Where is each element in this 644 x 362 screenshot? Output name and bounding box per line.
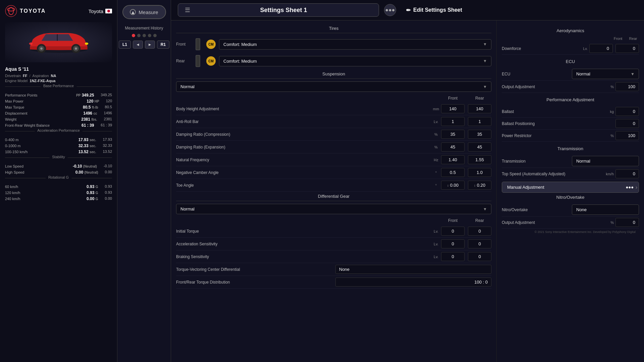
rot-60-values: 0.93 G 0.93 bbox=[87, 184, 112, 189]
init-torque-rear[interactable]: 0 bbox=[468, 227, 491, 236]
output-adj-value[interactable]: 100 bbox=[615, 82, 639, 91]
nitro-dropdown[interactable]: None bbox=[572, 204, 639, 215]
damping-comp-label: Damping Ratio (Compression) bbox=[176, 132, 431, 137]
diff-front-header: Front bbox=[441, 218, 465, 223]
rot-60-compare: 0.93 bbox=[105, 184, 112, 189]
anti-roll-front[interactable]: 1 bbox=[441, 117, 465, 126]
rot-240-values: 0.00 G 0.00 bbox=[87, 196, 112, 201]
menu-icon[interactable]: ☰ bbox=[185, 6, 190, 14]
accel-sens-label: Acceleration Sensitivity bbox=[176, 242, 431, 246]
damping-comp-rear[interactable]: 35 bbox=[468, 130, 491, 139]
init-torque-front[interactable]: 0 bbox=[441, 227, 465, 236]
aspiration-label: Aspiration bbox=[33, 74, 49, 78]
toyota-logo: TOYOTA bbox=[5, 5, 46, 17]
power-value: 120 HP bbox=[87, 99, 99, 104]
downforce-rear[interactable]: 0 bbox=[615, 44, 639, 53]
torque-vec-value[interactable]: None bbox=[335, 265, 491, 274]
nat-freq-values: 1.40 1.55 bbox=[441, 155, 491, 164]
car-drivetrain-row: Drivetrain FF / Aspiration NA bbox=[5, 74, 112, 78]
svg-rect-16 bbox=[196, 56, 200, 66]
suspension-dropdown[interactable]: Normal ▼ bbox=[176, 81, 491, 92]
ballast-value[interactable]: 0 bbox=[615, 107, 639, 116]
rear-tire-row: Rear CM Comfort: Medium ▼ bbox=[176, 53, 491, 69]
manual-adj-dots-icon: ●●● bbox=[626, 185, 634, 190]
balance-values: 61 : 39 61 : 39 bbox=[82, 123, 112, 128]
rot-60-value: 0.93 G bbox=[87, 184, 98, 189]
rear-tire-icon bbox=[193, 54, 203, 68]
downforce-row: Downforce Lv. 0 0 bbox=[502, 43, 639, 55]
history-dot-2 bbox=[137, 34, 141, 37]
settings-right: Aerodynamics Front Rear Downforce Lv. 0 … bbox=[496, 20, 644, 362]
brake-sens-front[interactable]: 0 bbox=[441, 252, 465, 261]
displacement-compare: 1496 bbox=[104, 111, 112, 116]
low-speed-values: -0.10 (Neutral) -0.10 bbox=[73, 164, 112, 169]
r1-label: R1 bbox=[157, 41, 169, 49]
ecu-dropdown[interactable]: Normal ▼ bbox=[572, 69, 639, 79]
front-tire-dropdown[interactable]: Comfort: Medium ▼ bbox=[219, 39, 491, 50]
stability-divider: Stability bbox=[5, 158, 112, 158]
svg-point-2 bbox=[7, 8, 15, 11]
accel-1000-row: 0-1000 m 32.33 sec. 32.33 bbox=[5, 143, 112, 149]
accel-sens-row: Acceleration Sensitivity Lv. 0 0 bbox=[176, 238, 491, 250]
nat-freq-rear[interactable]: 1.55 bbox=[468, 155, 491, 164]
body-height-rear[interactable]: 140 bbox=[468, 104, 491, 113]
left-panel: TOYOTA Toyota Aq bbox=[0, 0, 117, 362]
transmission-dropdown[interactable]: Normal bbox=[572, 156, 639, 166]
front-tire-value: Comfort: Medium bbox=[223, 42, 257, 47]
accel-stats: 0-400 m 17.93 sec. 17.93 0-1000 m 32.33 … bbox=[5, 137, 112, 155]
damping-exp-rear[interactable]: 45 bbox=[468, 142, 491, 152]
ecu-row: ECU Normal ▼ bbox=[502, 67, 639, 81]
edit-settings-button[interactable]: ✏ Edit Settings Sheet bbox=[401, 4, 467, 16]
anti-roll-values: 1 1 bbox=[441, 117, 491, 126]
accel-400-compare: 17.93 bbox=[103, 137, 112, 142]
torque-label: Max Torque bbox=[5, 105, 24, 109]
ballast-pos-value[interactable]: 0 bbox=[615, 119, 639, 128]
downforce-front[interactable]: 0 bbox=[589, 44, 613, 53]
top-speed-row: Top Speed (Automatically Adjusted) km/h … bbox=[502, 168, 639, 180]
toe-rear[interactable]: ↕ 0.20 bbox=[468, 181, 491, 190]
car-name: Aqua S '11 bbox=[5, 66, 112, 72]
damping-exp-front[interactable]: 45 bbox=[441, 142, 465, 152]
camber-rear[interactable]: 1.0 bbox=[468, 168, 491, 177]
rot-120-values: 0.93 G 0.93 bbox=[87, 190, 112, 195]
nat-freq-front[interactable]: 1.40 bbox=[441, 155, 465, 164]
ecu-section-header: ECU bbox=[502, 57, 639, 66]
front-tire-row: Front CM Comfort: Medium ▼ bbox=[176, 36, 491, 53]
aero-front-header: Front bbox=[612, 37, 624, 41]
brake-sens-rear[interactable]: 0 bbox=[468, 252, 491, 261]
dist-value[interactable]: 100 : 0 bbox=[335, 278, 491, 287]
power-res-value[interactable]: 100 bbox=[615, 131, 639, 140]
accel-sens-values: 0 0 bbox=[441, 239, 491, 248]
suspension-value: Normal bbox=[180, 84, 195, 89]
nitro-output-value[interactable]: 0 bbox=[615, 218, 639, 227]
toe-front[interactable]: ↕ 0.00 bbox=[441, 181, 465, 190]
camber-front[interactable]: 0.5 bbox=[441, 168, 465, 177]
rear-tire-label: Rear bbox=[176, 59, 190, 63]
torque-vec-row: Torque-Vectoring Center Differential Non… bbox=[176, 263, 491, 276]
settings-header: ☰ Settings Sheet 1 ●●● ✏ Edit Settings S… bbox=[171, 0, 644, 20]
balance-row: Front-Rear Weight Balance 61 : 39 61 : 3… bbox=[5, 122, 112, 128]
manual-adjustment-button[interactable]: Manual Adjustment ●●● bbox=[502, 182, 639, 193]
damping-comp-front[interactable]: 35 bbox=[441, 130, 465, 139]
accel-sens-rear[interactable]: 0 bbox=[468, 239, 491, 248]
history-dot-4 bbox=[148, 34, 151, 37]
nav-right-button[interactable]: ► bbox=[145, 41, 155, 49]
nav-left-button[interactable]: ◄ bbox=[133, 41, 143, 49]
top-speed-value[interactable]: 0 bbox=[615, 169, 639, 178]
transmission-row: Transmission Normal bbox=[502, 155, 639, 168]
options-button[interactable]: ●●● bbox=[384, 4, 396, 16]
measure-button[interactable]: ▲ Measure bbox=[122, 5, 166, 19]
brake-sens-row: Braking Sensitivity Lv. 0 0 bbox=[176, 250, 491, 263]
anti-roll-rear[interactable]: 1 bbox=[468, 117, 491, 126]
diff-dropdown[interactable]: Normal ▼ bbox=[176, 204, 491, 214]
damping-exp-unit: % bbox=[431, 145, 441, 149]
init-torque-values: 0 0 bbox=[441, 227, 491, 236]
power-values: 120 HP 120 bbox=[87, 99, 112, 104]
toe-label: Toe Angle bbox=[176, 183, 431, 188]
perf-section-header: Performance Adjustment bbox=[502, 96, 639, 104]
body-height-front[interactable]: 140 bbox=[441, 104, 465, 113]
output-adj-label: Output Adjustment bbox=[502, 84, 602, 89]
ballast-pos-row: Ballast Positioning 0 bbox=[502, 118, 639, 130]
rear-tire-dropdown[interactable]: Comfort: Medium ▼ bbox=[219, 56, 491, 66]
accel-sens-front[interactable]: 0 bbox=[441, 239, 465, 248]
